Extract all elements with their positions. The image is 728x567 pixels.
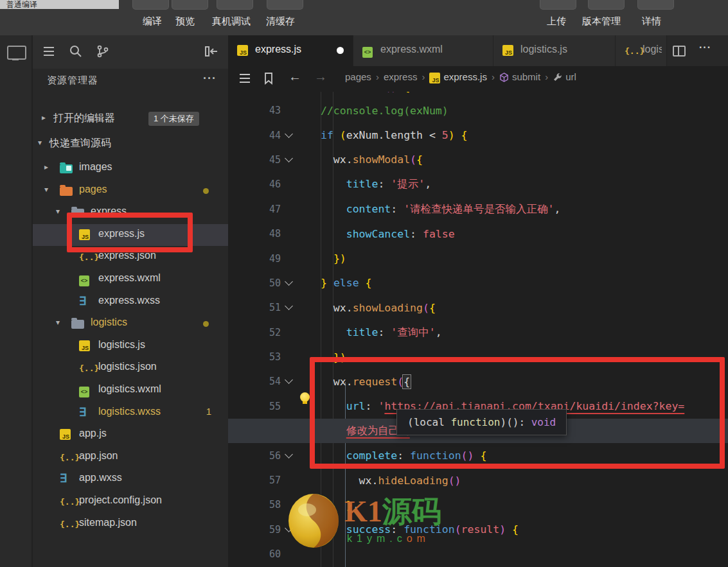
- tree-item-logistics-wxml[interactable]: <>logistics.wxml: [33, 379, 228, 401]
- code-text: } else {: [297, 277, 371, 289]
- toolbar-button-partial[interactable]: [132, 0, 169, 10]
- tab-logistics.js[interactable]: JSlogistics.js: [493, 35, 616, 66]
- line-number: 44: [228, 130, 281, 141]
- sidebar-toolbar: [33, 35, 228, 69]
- code-line-48[interactable]: 48 showCancel: false: [228, 222, 728, 246]
- outline-icon[interactable]: [238, 72, 251, 87]
- json-file-icon: {..}: [60, 453, 80, 462]
- json-file-icon: {..}: [79, 363, 99, 373]
- git-branch-icon[interactable]: [96, 44, 111, 60]
- code-line-57[interactable]: 57 wx.hideLoading(): [228, 468, 728, 493]
- collapse-sidebar-icon[interactable]: [204, 44, 219, 60]
- tree-item-label: app.js: [79, 428, 107, 439]
- breadcrumb-label: url: [565, 71, 576, 82]
- fold-chevron-icon[interactable]: [285, 154, 293, 162]
- bookmark-icon[interactable]: [263, 72, 274, 87]
- tab-express.wxml[interactable]: <>express.wxml: [353, 35, 493, 66]
- fold-chevron-icon[interactable]: [285, 130, 293, 138]
- tree-item-images[interactable]: ▸images: [33, 157, 228, 179]
- tree-item-logistics-js[interactable]: JSlogistics.js: [33, 335, 228, 357]
- tree-item-label: express.wxss: [98, 295, 160, 306]
- simulator-icon[interactable]: [7, 46, 26, 60]
- tree-item-label: images: [79, 161, 112, 173]
- tree-item-logistics-wxss[interactable]: ∃logistics.wxss1: [33, 402, 228, 424]
- back-arrow-icon[interactable]: ←: [289, 69, 301, 84]
- code-line-50[interactable]: 50} else {: [228, 271, 728, 295]
- chevron-down-icon: ▾: [56, 207, 60, 216]
- breadcrumb-item-url[interactable]: url: [553, 71, 576, 82]
- tree-item-app-js[interactable]: JSapp.js: [33, 424, 228, 446]
- tree-item-express-wxml[interactable]: <>express.wxml: [33, 268, 228, 290]
- fold-chevron-icon[interactable]: [285, 302, 293, 310]
- toolbar-button-partial[interactable]: [267, 0, 303, 10]
- code-token: }: [321, 277, 333, 289]
- line-number: 46: [228, 179, 281, 190]
- toolbar-label[interactable]: 真机调试: [212, 15, 251, 28]
- code-line-45[interactable]: 45 wx.showModal({: [228, 148, 728, 172]
- unsaved-dot-icon: [337, 47, 344, 54]
- code-token: wx.: [321, 475, 378, 487]
- code-text: wx.showLoading({: [297, 302, 436, 314]
- project-root-folder[interactable]: ▾ 快递查询源码: [33, 133, 228, 155]
- tree-item-express-wxss[interactable]: ∃express.wxss: [33, 291, 228, 313]
- breadcrumb-item-submit[interactable]: submit: [499, 71, 540, 82]
- tab-logistics.json[interactable]: {..}logistics.json: [616, 35, 667, 66]
- code-text: wx.showModal({: [297, 153, 423, 166]
- code-line-51[interactable]: 51 wx.showLoading({: [228, 295, 728, 320]
- code-token: {: [397, 92, 410, 93]
- explorer-more-icon[interactable]: ···: [203, 72, 217, 85]
- tab-express.js[interactable]: JSexpress.js: [228, 35, 353, 66]
- tree-item-app-wxss[interactable]: ∃app.wxss: [33, 468, 228, 490]
- tree-item-app-json[interactable]: {..}app.json: [33, 446, 228, 468]
- tree-item-project-config-json[interactable]: {..}project.config.json: [33, 491, 228, 512]
- search-icon[interactable]: [69, 44, 84, 60]
- lightbulb-icon[interactable]: [300, 392, 310, 402]
- breadcrumb-item-pages[interactable]: pages: [345, 71, 371, 82]
- toolbar-label[interactable]: 预览: [175, 15, 195, 28]
- explorer-list-icon[interactable]: [42, 44, 57, 60]
- code-token: }): [333, 252, 346, 265]
- toolbar-button-partial[interactable]: [217, 0, 253, 10]
- watermark-site: k1ym.com: [347, 533, 430, 545]
- code-line-46[interactable]: 46 title: '提示',: [228, 172, 728, 196]
- tooltip-text: )():: [501, 416, 531, 428]
- fold-chevron-icon[interactable]: [285, 277, 293, 286]
- breadcrumb-item-express.js[interactable]: JSexpress.js: [429, 71, 487, 82]
- wxml-file-icon: <>: [79, 275, 89, 286]
- js-file-icon: JS: [502, 45, 513, 56]
- breadcrumb-item-express[interactable]: express: [384, 71, 418, 82]
- code-token: ,: [425, 178, 431, 190]
- forward-arrow-icon[interactable]: →: [314, 69, 327, 84]
- code-token: (: [410, 153, 416, 166]
- fold-chevron-icon[interactable]: [285, 450, 293, 458]
- toolbar-button-partial[interactable]: [637, 0, 674, 10]
- code-line-44[interactable]: 44if (exNum.length < 5) {: [228, 123, 728, 147]
- code-token: showLoading: [353, 302, 423, 314]
- toolbar-label[interactable]: 编译: [143, 15, 162, 28]
- split-editor-icon[interactable]: [673, 46, 686, 59]
- code-line-49[interactable]: 49 }): [228, 246, 728, 270]
- tree-item-logistics[interactable]: ▾logistics: [33, 313, 228, 335]
- toolbar-button-partial[interactable]: [172, 0, 208, 10]
- code-line-47[interactable]: 47 content: '请检查快递单号是否输入正确',: [228, 197, 728, 222]
- compile-mode-dropdown[interactable]: 普通编译: [0, 0, 119, 9]
- toolbar-label[interactable]: 上传: [547, 15, 566, 28]
- toolbar-button-partial[interactable]: [588, 0, 625, 10]
- more-actions-icon[interactable]: ···: [699, 42, 711, 53]
- tree-item-logistics-json[interactable]: {..}logistics.json: [33, 357, 228, 379]
- fold-chevron-icon[interactable]: [285, 376, 293, 385]
- code-line-52[interactable]: 52 title: '查询中',: [228, 320, 728, 345]
- open-editors-section[interactable]: ▸ 打开的编辑器 1 个未保存: [33, 108, 228, 130]
- js-file-icon: JS: [237, 45, 248, 56]
- toolbar-button-partial[interactable]: [540, 0, 576, 10]
- code-line-43[interactable]: 43//console.log(exNum): [228, 98, 728, 123]
- toolbar-label[interactable]: 版本管理: [582, 15, 621, 28]
- tree-item-sitemap-json[interactable]: {..}sitemap.json: [33, 513, 228, 535]
- toolbar-label[interactable]: 清缓存: [266, 15, 295, 28]
- code-token: (: [340, 129, 346, 141]
- line-number: 47: [228, 204, 281, 215]
- json-file-icon: {..}: [60, 497, 80, 507]
- toolbar-label[interactable]: 详情: [642, 15, 661, 28]
- tree-item-label: logistics.wxml: [98, 383, 161, 395]
- tree-item-pages[interactable]: ▾pages: [33, 180, 228, 202]
